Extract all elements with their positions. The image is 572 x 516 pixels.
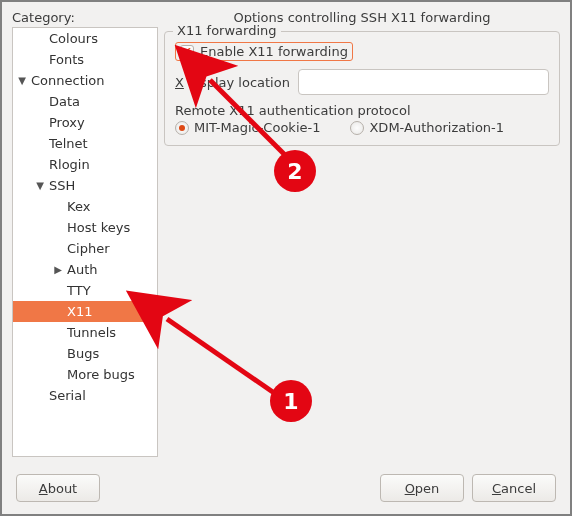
tree-item-tunnels[interactable]: Tunnels	[13, 322, 157, 343]
chevron-down-icon: ▼	[13, 75, 31, 86]
tree-item-label: X11	[67, 304, 92, 319]
tree-item-connection[interactable]: ▼Connection	[13, 70, 157, 91]
auth-protocol-label: Remote X11 authentication protocol	[175, 103, 549, 118]
mit-magic-cookie-radio[interactable]: MIT-Magic-Cookie-1	[175, 120, 320, 135]
tree-item-ssh[interactable]: ▼SSH	[13, 175, 157, 196]
tree-item-label: Host keys	[67, 220, 130, 235]
checkbox-label: Enable X11 forwarding	[200, 44, 348, 59]
category-label: Category:	[12, 10, 158, 25]
tree-item-label: Colours	[49, 31, 98, 46]
tree-item-colours[interactable]: Colours	[13, 28, 157, 49]
tree-item-label: Rlogin	[49, 157, 90, 172]
tree-item-proxy[interactable]: Proxy	[13, 112, 157, 133]
tree-item-label: Connection	[31, 73, 105, 88]
tree-item-telnet[interactable]: Telnet	[13, 133, 157, 154]
tree-item-serial[interactable]: Serial	[13, 385, 157, 406]
x-display-location-label: X display location	[175, 75, 290, 90]
tree-item-label: SSH	[49, 178, 75, 193]
cancel-button[interactable]: Cancel	[472, 474, 556, 502]
check-icon: ✔	[180, 45, 194, 59]
radio-dot-icon	[350, 121, 364, 135]
tree-item-label: Bugs	[67, 346, 99, 361]
about-button[interactable]: About	[16, 474, 100, 502]
tree-item-cipher[interactable]: Cipher	[13, 238, 157, 259]
tree-item-host-keys[interactable]: Host keys	[13, 217, 157, 238]
annotation-badge-2: 2	[274, 150, 316, 192]
open-button[interactable]: Open	[380, 474, 464, 502]
tree-item-x11[interactable]: X11	[13, 301, 157, 322]
x-display-location-input[interactable]	[298, 69, 549, 95]
xdm-authorization-radio[interactable]: XDM-Authorization-1	[350, 120, 504, 135]
radio-label: MIT-Magic-Cookie-1	[194, 120, 320, 135]
tree-item-tty[interactable]: TTY	[13, 280, 157, 301]
bottom-button-bar: About Open Cancel	[12, 464, 560, 514]
tree-item-label: Fonts	[49, 52, 84, 67]
tree-item-auth[interactable]: ▶Auth	[13, 259, 157, 280]
tree-item-label: Proxy	[49, 115, 85, 130]
tree-item-kex[interactable]: Kex	[13, 196, 157, 217]
tree-item-label: More bugs	[67, 367, 135, 382]
tree-item-label: Telnet	[49, 136, 88, 151]
tree-item-label: Auth	[67, 262, 97, 277]
enable-x11-forwarding-checkbox[interactable]: ✔ Enable X11 forwarding	[175, 42, 353, 61]
tree-item-label: Serial	[49, 388, 86, 403]
x-display-location-row: X display location	[175, 69, 549, 95]
tree-item-label: Cipher	[67, 241, 110, 256]
tree-item-label: TTY	[67, 283, 91, 298]
auth-protocol-radios: MIT-Magic-Cookie-1 XDM-Authorization-1	[175, 120, 549, 135]
annotation-badge-1: 1	[270, 380, 312, 422]
tree-item-label: Kex	[67, 199, 90, 214]
tree-item-bugs[interactable]: Bugs	[13, 343, 157, 364]
group-label: X11 forwarding	[173, 23, 281, 38]
tree-item-label: Data	[49, 94, 80, 109]
chevron-right-icon: ▶	[49, 264, 67, 275]
x11-forwarding-group: X11 forwarding ✔ Enable X11 forwarding X…	[164, 31, 560, 146]
tree-item-rlogin[interactable]: Rlogin	[13, 154, 157, 175]
radio-label: XDM-Authorization-1	[369, 120, 504, 135]
chevron-down-icon: ▼	[31, 180, 49, 191]
category-tree[interactable]: ColoursFonts▼ConnectionDataProxyTelnetRl…	[12, 27, 158, 457]
tree-item-fonts[interactable]: Fonts	[13, 49, 157, 70]
tree-item-data[interactable]: Data	[13, 91, 157, 112]
tree-item-label: Tunnels	[67, 325, 116, 340]
radio-dot-icon	[175, 121, 189, 135]
tree-item-more-bugs[interactable]: More bugs	[13, 364, 157, 385]
